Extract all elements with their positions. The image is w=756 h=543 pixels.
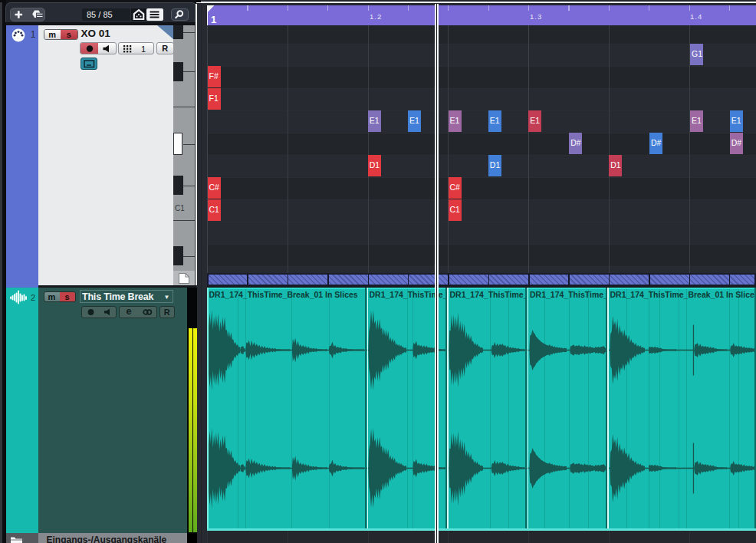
svg-text:1: 1 (141, 44, 146, 53)
